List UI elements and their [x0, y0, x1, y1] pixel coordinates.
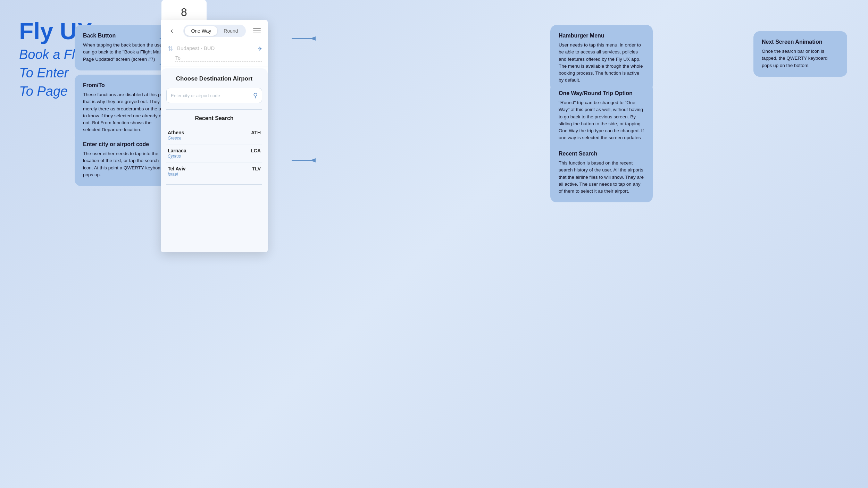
airport-item-athens[interactable]: Athens Greece ATH: [166, 126, 262, 144]
annotation-next-screen: Next Screen Animation Once the search ba…: [753, 31, 847, 77]
annotation-recent-search: Recent Search This function is based on …: [550, 143, 653, 202]
one-way-toggle[interactable]: One Way: [185, 26, 217, 36]
back-button[interactable]: ‹: [166, 25, 177, 36]
flight-icon: ✈: [258, 45, 262, 52]
airport-code-telaviv: TLV: [252, 166, 261, 171]
airport-country-telaviv: Israel: [168, 172, 186, 177]
trip-type-toggle: One Way Round: [183, 25, 245, 37]
airport-country-athens: Greece: [168, 136, 184, 141]
destination-title: Choose Destination Airport: [166, 75, 262, 82]
destination-section: Choose Destination Airport Enter city or…: [161, 68, 268, 252]
search-icon[interactable]: ⚲: [253, 92, 258, 99]
to-placeholder: To: [175, 55, 262, 62]
airport-info-larnaca: Larnaca Cyprus: [168, 148, 186, 159]
phone-mockup: ‹ One Way Round ⇅ Budapest - BUD ✈ To Ch…: [161, 20, 268, 252]
from-field: ⇅ Budapest - BUD ✈: [166, 43, 262, 54]
airport-city-telaviv: Tel Aviv: [168, 166, 186, 171]
section-divider: [161, 67, 268, 67]
airport-info-telaviv: Tel Aviv Israel: [168, 166, 186, 177]
airport-code-larnaca: LCA: [251, 148, 261, 153]
swap-icon: ⇅: [168, 45, 173, 52]
to-field[interactable]: To: [166, 54, 262, 63]
annotation-hamburger: Hamburger Menu User needs to tap this me…: [550, 25, 653, 92]
hamburger-menu[interactable]: [252, 27, 262, 35]
recent-search-title: Recent Search: [166, 115, 262, 121]
search-bar[interactable]: Enter city or airport code ⚲: [166, 88, 262, 103]
phone-topbar: ‹ One Way Round: [161, 20, 268, 41]
airport-city-larnaca: Larnaca: [168, 148, 186, 153]
airport-code-athens: ATH: [251, 130, 261, 135]
bottom-divider: [166, 184, 262, 185]
airport-country-larnaca: Cyprus: [168, 154, 186, 159]
airport-city-athens: Athens: [168, 130, 184, 135]
airport-item-larnaca[interactable]: Larnaca Cyprus LCA: [166, 144, 262, 162]
airport-item-telaviv[interactable]: Tel Aviv Israel TLV: [166, 162, 262, 180]
round-trip-toggle[interactable]: Round: [217, 26, 244, 36]
from-to-section: ⇅ Budapest - BUD ✈ To: [161, 41, 268, 67]
airport-list: Athens Greece ATH Larnaca Cyprus LCA Tel…: [166, 126, 262, 180]
from-value: Budapest - BUD: [177, 45, 255, 52]
search-placeholder: Enter city or airport code: [171, 93, 250, 98]
arrows-overlay: [0, 0, 868, 488]
search-divider: [166, 109, 262, 110]
airport-info-athens: Athens Greece: [168, 130, 184, 141]
